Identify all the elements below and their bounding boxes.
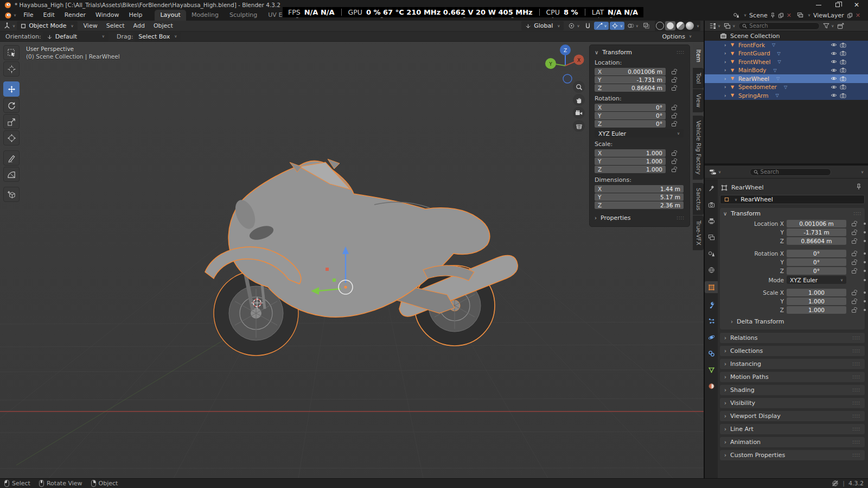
disable-render-camera-icon[interactable] [840, 93, 846, 98]
animate-dot[interactable] [864, 261, 866, 263]
lock-icon[interactable] [672, 161, 676, 164]
expand-icon[interactable]: › [724, 84, 731, 90]
panel-motion-paths[interactable]: ›Motion Paths:::: [720, 372, 865, 382]
menu-help[interactable]: Help [124, 10, 147, 21]
prop-rotation-x-field[interactable]: 0° [787, 250, 846, 257]
copy-icon[interactable] [847, 12, 853, 18]
disable-render-camera-icon[interactable] [840, 59, 846, 65]
pin-icon[interactable] [770, 12, 775, 18]
blender-menu-icon[interactable]: ∨ [0, 12, 18, 19]
ntab-view[interactable]: View [693, 89, 704, 112]
prop-rotation-y-field[interactable]: 0° [787, 258, 846, 266]
disable-render-camera-icon[interactable] [840, 42, 846, 48]
shading-solid-button[interactable] [665, 21, 675, 30]
panel-grip[interactable]: :::: [852, 453, 860, 458]
gizmo-neg-z-ball[interactable] [563, 74, 572, 83]
viewport-menu-object[interactable]: Object [149, 22, 177, 29]
motorcycle-model[interactable] [205, 159, 518, 356]
shading-rendered-button[interactable] [686, 22, 694, 30]
viewport-canvas[interactable]: User Perspective (0) Scene Collection | … [0, 42, 704, 478]
camera-view-icon[interactable] [573, 107, 585, 119]
delta-transform-header[interactable]: ›Delta Transform [731, 318, 861, 325]
panel-grip[interactable]: :::: [852, 388, 860, 392]
ntab-tool[interactable]: Tool [693, 68, 704, 88]
panel-grip[interactable]: :::: [676, 50, 685, 55]
id-type-dropdown-icon[interactable]: ∨ [735, 198, 737, 202]
rotation-y-field[interactable]: Y0° [595, 112, 666, 119]
rotation-mode-dropdown[interactable]: XYZ Euler∨ [595, 129, 684, 137]
unlink-scene-icon[interactable]: ✕ [787, 12, 792, 19]
outliner-item-frontguard[interactable]: ›▼ FrontGuard▽ [705, 49, 868, 58]
workspace-tab-layout[interactable]: Layout [155, 10, 186, 21]
tab-material[interactable] [705, 381, 718, 391]
lock-icon[interactable] [852, 262, 856, 265]
tool-annotate[interactable] [3, 150, 20, 166]
tool-add-cube[interactable] [3, 187, 20, 202]
expand-icon[interactable]: › [724, 67, 731, 73]
options-dropdown[interactable]: Options∨ [662, 33, 692, 40]
panel-grip[interactable]: :::: [852, 440, 860, 445]
hide-eye-icon[interactable] [831, 76, 837, 81]
lock-icon[interactable] [852, 270, 856, 274]
lock-icon[interactable] [672, 115, 676, 118]
filter-icon[interactable]: ∨ [823, 23, 834, 29]
menu-file[interactable]: File [18, 10, 38, 21]
outliner-item-frontfork[interactable]: ›▼ FrontFork▽ [705, 41, 868, 49]
tab-tool[interactable] [705, 183, 718, 193]
location-z-field[interactable]: Z0.86604 m [595, 84, 666, 92]
panel-visibility[interactable]: ›Visibility:::: [720, 398, 865, 408]
lock-icon[interactable] [852, 309, 856, 313]
lock-icon[interactable] [852, 223, 856, 226]
menu-edit[interactable]: Edit [39, 10, 60, 21]
workspace-tab-sculpting[interactable]: Sculpting [224, 10, 263, 21]
expand-icon[interactable]: › [724, 93, 731, 98]
scale-x-field[interactable]: X1.000 [595, 149, 666, 157]
tool-move[interactable] [3, 81, 20, 97]
menu-render[interactable]: Render [60, 10, 91, 21]
tab-output[interactable] [705, 216, 718, 226]
disable-render-camera-icon[interactable] [840, 76, 846, 81]
ntab-sanctus[interactable]: Sanctus [693, 183, 704, 216]
tool-measure[interactable] [3, 167, 20, 182]
lock-icon[interactable] [672, 79, 676, 83]
orientation-default-dropdown[interactable]: Default∨ [43, 32, 108, 41]
panel-instancing[interactable]: ›Instancing:::: [720, 359, 865, 369]
new-collection-icon[interactable] [837, 23, 844, 29]
prop-scale-x-field[interactable]: 1.000 [787, 289, 846, 296]
lock-icon[interactable] [852, 240, 856, 244]
panel-collections[interactable]: ›Collections:::: [720, 346, 865, 356]
prop-scale-y-field[interactable]: 1.000 [787, 297, 846, 305]
collapse-icon[interactable]: ∨ [595, 49, 598, 55]
expand-icon[interactable]: › [724, 50, 731, 56]
panel-grip[interactable]: :::: [852, 348, 860, 353]
show-gizmo-toggle[interactable]: ∨ [610, 22, 624, 30]
panel-animation[interactable]: ›Animation:::: [720, 437, 865, 447]
disable-render-camera-icon[interactable] [840, 84, 846, 90]
dimensions-x-field[interactable]: X1.44 m [595, 185, 684, 193]
location-x-field[interactable]: X0.001006 m [595, 68, 666, 75]
prop-rotation-z-field[interactable]: 0° [787, 267, 846, 275]
ntab-true-vfx[interactable]: True-VFX [693, 216, 704, 250]
expand-icon[interactable]: › [724, 59, 731, 65]
lock-icon[interactable] [672, 123, 676, 126]
copy-icon[interactable] [778, 12, 784, 18]
panel-relations[interactable]: ›Relations:::: [720, 333, 865, 343]
minimize-icon[interactable] [816, 5, 821, 5]
tool-transform[interactable] [3, 130, 20, 145]
prop-scale-z-field[interactable]: 1.000 [787, 306, 846, 314]
tab-world[interactable] [705, 265, 718, 275]
rotation-mode-dropdown[interactable]: XYZ Euler∨ [787, 276, 846, 284]
tab-scene[interactable] [705, 249, 718, 258]
panel-grip[interactable]: :::: [676, 216, 685, 220]
panel-custom-properties[interactable]: ›Custom Properties:::: [720, 450, 865, 460]
animate-dot[interactable] [864, 300, 866, 302]
transform-orientation-dropdown[interactable]: Global∨ [521, 21, 564, 30]
show-overlays-toggle[interactable]: ∨ [626, 22, 640, 30]
dimensions-z-field[interactable]: Z2.36 m [595, 201, 684, 209]
animate-dot[interactable] [864, 231, 866, 233]
pan-view-icon[interactable] [573, 94, 585, 106]
network-offline-icon[interactable] [832, 480, 839, 487]
restore-icon[interactable] [835, 3, 840, 7]
tab-particles[interactable] [705, 316, 718, 326]
proportional-edit-toggle[interactable]: ∨ [594, 22, 609, 30]
